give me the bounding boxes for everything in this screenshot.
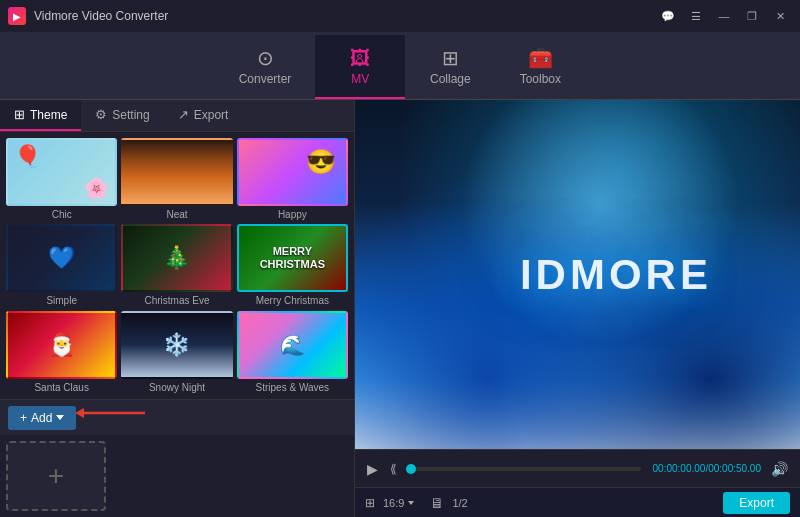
toolbox-label: Toolbox <box>520 72 561 86</box>
svg-marker-1 <box>75 408 84 418</box>
title-bar: ▶ Vidmore Video Converter 💬 ☰ — ❐ ✕ <box>0 0 800 32</box>
add-dropdown-icon <box>56 415 64 420</box>
app-title: Vidmore Video Converter <box>34 9 168 23</box>
screen-icon: 🖥 <box>430 495 444 511</box>
mv-icon: 🖼 <box>350 48 370 68</box>
screen-value: 1/2 <box>452 497 467 509</box>
theme-thumb-snowy: ❄️ <box>121 311 232 379</box>
screen-select[interactable]: 1/2 <box>452 497 471 509</box>
toolbox-icon: 🧰 <box>528 48 553 68</box>
preview-area: IDMORE <box>355 100 800 449</box>
collage-icon: ⊞ <box>442 48 459 68</box>
preview-logo-text: IDMORE <box>520 251 712 299</box>
theme-label: Christmas Eve <box>144 295 209 306</box>
rewind-button[interactable]: ⟪ <box>388 460 399 478</box>
add-plus-icon: + <box>20 411 27 425</box>
export-tab-label: Export <box>194 108 229 122</box>
theme-thumb-chic: 🎈 🌸 <box>6 138 117 206</box>
theme-label: Chic <box>52 209 72 220</box>
bottom-bar: ⊞ 16:9 🖥 1/2 Export <box>355 487 800 517</box>
add-file-area: + <box>0 435 354 517</box>
sub-tabs: ⊞ Theme ⚙ Setting ↗ Export <box>0 100 354 132</box>
mv-label: MV <box>351 72 369 86</box>
list-item[interactable]: 🎈 🌸 Chic <box>6 138 117 220</box>
theme-label: Simple <box>46 295 77 306</box>
message-btn[interactable]: 💬 <box>656 7 680 25</box>
restore-btn[interactable]: ❐ <box>740 7 764 25</box>
title-bar-left: ▶ Vidmore Video Converter <box>8 7 168 25</box>
add-button[interactable]: + Add <box>8 406 76 430</box>
sub-tab-export[interactable]: ↗ Export <box>164 100 243 131</box>
arrow-annotation <box>70 398 150 428</box>
list-item[interactable]: 🌊 Stripes & Waves <box>237 311 348 393</box>
sub-tab-setting[interactable]: ⚙ Setting <box>81 100 163 131</box>
theme-thumb-neat <box>121 138 232 206</box>
theme-thumb-stripes: 🌊 <box>237 311 348 379</box>
list-item[interactable]: 😎 Happy <box>237 138 348 220</box>
list-item[interactable]: MERRYCHRISTMAS Merry Christmas <box>237 224 348 306</box>
close-btn[interactable]: ✕ <box>768 7 792 25</box>
menu-btn[interactable]: ☰ <box>684 7 708 25</box>
controls-bar: ▶ ⟪ 00:00:00.00/00:00:50.00 🔊 <box>355 449 800 487</box>
ratio-icon: ⊞ <box>365 496 375 510</box>
minimize-btn[interactable]: — <box>712 7 736 25</box>
ratio-select[interactable]: 16:9 <box>383 497 414 509</box>
add-file-icon: + <box>48 460 64 492</box>
ratio-value: 16:9 <box>383 497 404 509</box>
theme-thumb-happy: 😎 <box>237 138 348 206</box>
sub-tab-theme[interactable]: ⊞ Theme <box>0 100 81 131</box>
setting-tab-icon: ⚙ <box>95 107 107 122</box>
content-area: ⊞ Theme ⚙ Setting ↗ Export 🎈 🌸 <box>0 100 800 517</box>
tab-converter[interactable]: ⊙ Converter <box>215 35 316 99</box>
add-file-box[interactable]: + <box>6 441 106 511</box>
theme-thumb-santa: 🎅 <box>6 311 117 379</box>
list-item[interactable]: Neat <box>121 138 232 220</box>
volume-button[interactable]: 🔊 <box>769 459 790 479</box>
title-bar-controls: 💬 ☰ — ❐ ✕ <box>656 7 792 25</box>
main-nav: ⊙ Converter 🖼 MV ⊞ Collage 🧰 Toolbox <box>0 32 800 100</box>
theme-thumb-simple: 💙 <box>6 224 117 292</box>
left-panel: ⊞ Theme ⚙ Setting ↗ Export 🎈 🌸 <box>0 100 355 517</box>
theme-thumb-christmas-eve: 🎄 <box>121 224 232 292</box>
ratio-dropdown-icon <box>408 501 414 505</box>
export-button[interactable]: Export <box>723 492 790 514</box>
theme-tab-icon: ⊞ <box>14 107 25 122</box>
theme-thumb-merry-christmas: MERRYCHRISTMAS <box>237 224 348 292</box>
time-display: 00:00:00.00/00:00:50.00 <box>653 463 761 474</box>
setting-tab-label: Setting <box>112 108 149 122</box>
theme-label: Snowy Night <box>149 382 205 393</box>
play-button[interactable]: ▶ <box>365 459 380 479</box>
list-item[interactable]: ❄️ Snowy Night <box>121 311 232 393</box>
preview-content: IDMORE <box>355 100 800 449</box>
theme-grid: 🎈 🌸 Chic Neat 😎 Ha <box>0 132 354 399</box>
theme-label: Neat <box>166 209 187 220</box>
app-icon: ▶ <box>8 7 26 25</box>
right-panel: IDMORE ▶ ⟪ 00:00:00.00/00:00:50.00 🔊 ⊞ 1… <box>355 100 800 517</box>
converter-icon: ⊙ <box>257 48 274 68</box>
tab-toolbox[interactable]: 🧰 Toolbox <box>495 35 585 99</box>
theme-label: Santa Claus <box>34 382 88 393</box>
tab-collage[interactable]: ⊞ Collage <box>405 35 495 99</box>
progress-bar-wrap[interactable] <box>411 467 641 471</box>
theme-label: Merry Christmas <box>256 295 329 306</box>
theme-tab-label: Theme <box>30 108 67 122</box>
list-item[interactable]: 🎅 Santa Claus <box>6 311 117 393</box>
collage-label: Collage <box>430 72 471 86</box>
theme-label: Happy <box>278 209 307 220</box>
list-item[interactable]: 💙 Simple <box>6 224 117 306</box>
converter-label: Converter <box>239 72 292 86</box>
add-bar: + Add <box>0 399 354 435</box>
tab-mv[interactable]: 🖼 MV <box>315 35 405 99</box>
export-tab-icon: ↗ <box>178 107 189 122</box>
theme-label: Stripes & Waves <box>256 382 330 393</box>
list-item[interactable]: 🎄 Christmas Eve <box>121 224 232 306</box>
add-label: Add <box>31 411 52 425</box>
progress-dot <box>406 464 416 474</box>
